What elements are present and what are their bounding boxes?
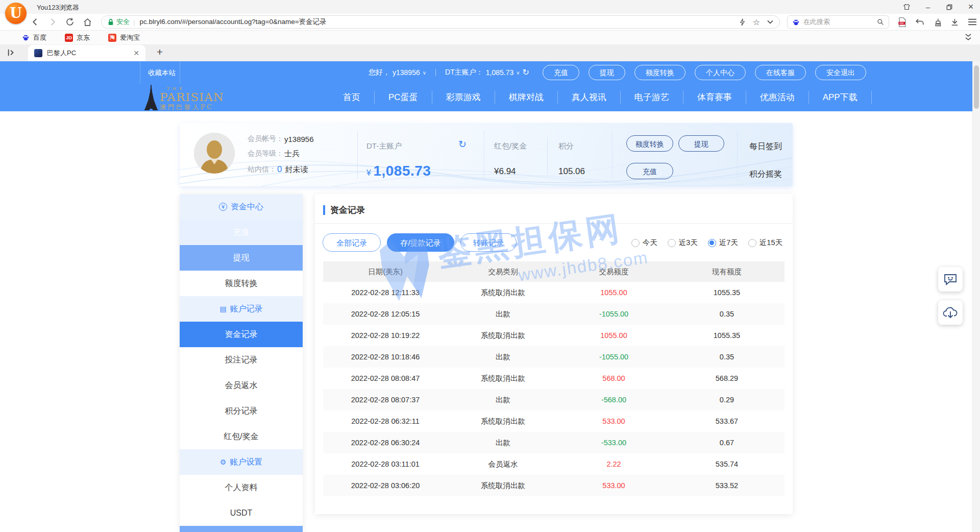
topbar-button-5[interactable]: 安全退出 [815, 65, 866, 80]
nav-item-2[interactable]: 彩票游戏 [432, 91, 495, 104]
app-download-button[interactable] [938, 300, 963, 325]
sidebar-item-2[interactable]: 提现 [180, 245, 303, 271]
sidebar-toggle-icon[interactable] [7, 49, 15, 59]
sidebar-item-5[interactable]: 资金记录 [180, 322, 303, 347]
refresh-balance-icon[interactable]: ↻ [523, 68, 529, 77]
close-button[interactable]: × [967, 3, 975, 11]
bolt-icon[interactable] [739, 18, 746, 26]
sidebar-item-10[interactable]: ⚙账户设置 [180, 449, 303, 475]
back-button[interactable] [30, 16, 41, 28]
url-dropdown-icon[interactable] [767, 20, 773, 24]
cleaner-icon[interactable] [933, 18, 942, 27]
topbar-button-2[interactable]: 额度转换 [634, 65, 685, 80]
sidebar-item-8[interactable]: 积分记录 [180, 398, 303, 424]
topbar-button-3[interactable]: 个人中心 [695, 65, 746, 80]
topbar-button-4[interactable]: 在线客服 [755, 65, 806, 80]
table-header: 日期(美东)交易类别交易额度现有额度 [323, 261, 785, 282]
range-radio-0[interactable]: 今天 [631, 238, 657, 248]
nav-item-6[interactable]: 体育赛事 [683, 91, 746, 104]
radio-circle-icon[interactable] [748, 239, 756, 247]
search-icon[interactable] [877, 18, 884, 26]
sidebar-item-3[interactable]: 额度转换 [180, 271, 303, 296]
cell-amount: -1055.00 [558, 310, 669, 318]
bookmark-taobao[interactable]: 淘爱淘宝 [108, 33, 140, 42]
theme-skin-icon[interactable] [902, 3, 911, 11]
transfer-button[interactable]: 额度转换 [626, 135, 673, 152]
undo-icon[interactable] [915, 18, 924, 26]
withdraw-button[interactable]: 提现 [678, 135, 724, 152]
sidebar-item-hidden[interactable] [180, 526, 303, 532]
address-bar[interactable]: 安全 | pc.blryl6.com/#/personal/accountLog… [101, 15, 780, 29]
new-tab-button[interactable]: + [153, 46, 166, 58]
customer-service-button[interactable] [938, 267, 963, 292]
site-logo[interactable]: THE PARISIAN 澳門巴黎人PC [144, 85, 224, 110]
nav-item-5[interactable]: 电子游艺 [620, 91, 683, 104]
browser-toolbar: 安全 | pc.blryl6.com/#/personal/accountLog… [0, 14, 980, 31]
topbar-button-1[interactable]: 提现 [589, 65, 625, 80]
deposit-button[interactable]: 充值 [626, 163, 673, 179]
radio-circle-icon[interactable] [631, 239, 640, 247]
forward-button[interactable] [47, 16, 58, 28]
restore-button[interactable] [945, 3, 953, 11]
nav-item-3[interactable]: 棋牌对战 [495, 91, 557, 104]
avatar[interactable] [194, 133, 235, 174]
eiffel-tower-icon [144, 85, 158, 110]
wallet-refresh-icon[interactable]: ↻ [458, 139, 467, 149]
sidebar-item-label: 账户设置 [230, 457, 262, 468]
daily-checkin-link[interactable]: 每日签到 [749, 141, 782, 152]
menu-icon[interactable] [968, 18, 977, 26]
table-row: 2022-02-28 08:08:47系统取消出款568.00568.29 [323, 368, 785, 389]
tab-全部记录[interactable]: 全部记录 [323, 233, 381, 252]
search-box[interactable]: 在此搜索 [787, 15, 889, 29]
user-greeting[interactable]: 您好， y138956 ∨ [369, 68, 426, 77]
inbox-row[interactable]: 站内信： 0 封未读 [248, 164, 308, 175]
sidebar-item-1[interactable]: 充值 [180, 220, 303, 245]
nav-item-4[interactable]: 真人视讯 [557, 91, 620, 104]
minimize-button[interactable]: – [924, 3, 932, 11]
sidebar-item-6[interactable]: 投注记录 [180, 347, 303, 373]
download-icon[interactable] [950, 18, 959, 27]
bookmark-baidu[interactable]: 百度 [21, 33, 46, 42]
range-radio-1[interactable]: 近3天 [668, 238, 698, 248]
cell-date: 2022-02-28 08:07:37 [323, 396, 448, 404]
main-account-balance[interactable]: DT主账户： 1,085.73 ∨ ↻ [445, 68, 529, 77]
home-button[interactable] [82, 16, 93, 28]
scrollbar-thumb[interactable] [974, 65, 979, 109]
tab-close-icon[interactable]: ✕ [133, 50, 139, 57]
sidebar-item-4[interactable]: ▤账户记录 [180, 296, 303, 322]
url-separator: | [133, 18, 135, 26]
cell-balance: 1055.35 [669, 331, 785, 340]
nav-item-1[interactable]: PC蛋蛋 [374, 91, 432, 104]
favorite-site-link[interactable]: 收藏本站 [148, 68, 176, 78]
topbar-button-0[interactable]: 充值 [543, 65, 579, 80]
url-text[interactable]: pc.blryl6.com/#/personal/accountLog?tag=… [139, 17, 731, 27]
page-scrollbar[interactable] [972, 61, 980, 532]
save-pdf-icon[interactable]: PDF [898, 17, 906, 27]
bookmarks-overflow-icon[interactable] [965, 33, 972, 43]
tab-转账记录[interactable]: 转账记录 [460, 233, 517, 252]
cell-type: 系统取消出款 [448, 374, 558, 383]
sidebar-item-11[interactable]: 个人资料 [180, 475, 303, 500]
topbar-divider [435, 69, 436, 76]
cell-balance: 0.67 [669, 439, 785, 447]
sidebar-item-9[interactable]: 红包/奖金 [180, 424, 303, 449]
range-radio-2[interactable]: 近7天 [708, 238, 738, 248]
radio-circle-icon[interactable] [708, 239, 716, 247]
nav-item-7[interactable]: 优惠活动 [746, 91, 808, 104]
points-lottery-link[interactable]: 积分摇奖 [749, 169, 782, 180]
sidebar-item-0[interactable]: ¥资金中心 [180, 194, 303, 220]
nav-item-0[interactable]: 首页 [329, 91, 374, 104]
range-radio-3[interactable]: 近15天 [748, 238, 782, 248]
tab-存/提款记录[interactable]: 存/提款记录 [387, 233, 454, 252]
bookmark-jd[interactable]: JD京东 [65, 33, 90, 42]
bookmark-star-icon[interactable]: ☆ [753, 17, 760, 27]
refresh-button[interactable] [64, 16, 76, 28]
sidebar-item-7[interactable]: 会员返水 [180, 373, 303, 398]
sidebar-item-label: 额度转换 [225, 278, 258, 289]
nav-item-8[interactable]: APP下载 [808, 91, 872, 104]
radio-circle-icon[interactable] [668, 239, 676, 247]
browser-logo-icon[interactable]: U [5, 3, 27, 24]
bookmark-label: 百度 [33, 33, 46, 42]
sidebar-item-12[interactable]: USDT [180, 500, 303, 526]
browser-tab[interactable]: 巴黎人PC ✕ [28, 45, 145, 61]
